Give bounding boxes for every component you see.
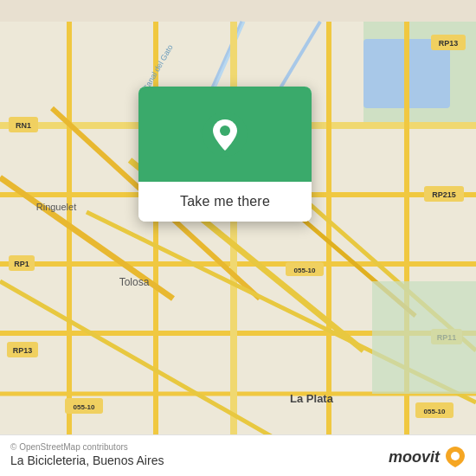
svg-text:RP13: RP13	[13, 346, 33, 355]
popup-arrow	[219, 182, 236, 194]
svg-point-47	[220, 125, 230, 136]
svg-point-48	[451, 452, 460, 460]
svg-text:RP215: RP215	[432, 190, 456, 199]
popup-green-header	[138, 87, 312, 182]
svg-text:Ringuelet: Ringuelet	[36, 202, 76, 212]
svg-text:055-10: 055-10	[424, 408, 446, 415]
svg-text:Tolosa: Tolosa	[119, 276, 150, 288]
svg-text:055-10: 055-10	[294, 267, 316, 274]
svg-text:RP1: RP1	[14, 260, 29, 268]
moovit-logo: moovit	[389, 445, 467, 469]
location-pin-icon	[202, 111, 248, 158]
popup-card: Take me there	[138, 87, 312, 222]
svg-text:La Plata: La Plata	[290, 392, 334, 405]
map-container: RN1 RP1 RP13 RP215 RP13 RP11 055-10 055-…	[0, 0, 476, 476]
moovit-pin-icon	[443, 445, 467, 469]
map-background: RN1 RP1 RP13 RP215 RP13 RP11 055-10 055-…	[0, 0, 476, 476]
svg-text:055-10: 055-10	[74, 403, 95, 411]
svg-text:RN1: RN1	[16, 121, 31, 130]
svg-rect-45	[372, 281, 476, 394]
svg-text:RP13: RP13	[439, 39, 459, 48]
moovit-brand-text: moovit	[389, 448, 440, 466]
